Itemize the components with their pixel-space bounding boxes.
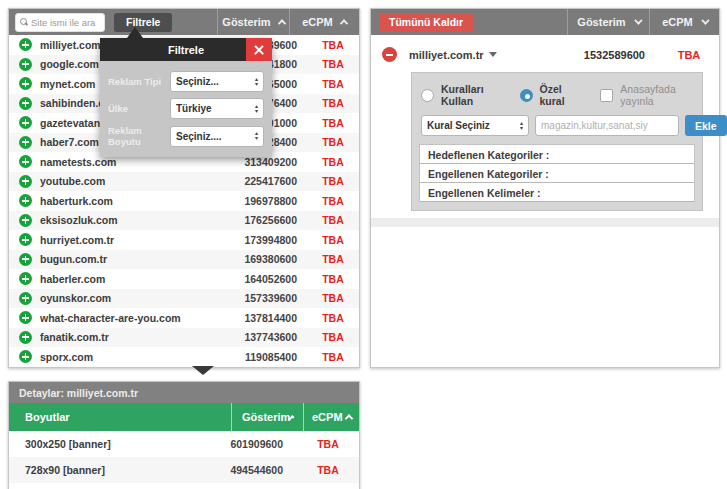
details-header: Boyutlar Gösterim eCPM bbox=[9, 403, 359, 431]
site-row[interactable]: eksisozluk.com 176256600 TBA bbox=[9, 211, 359, 231]
impressions-value: 494544600 bbox=[105, 464, 297, 476]
select-stepper-icon: ▴▾ bbox=[255, 77, 258, 87]
site-row[interactable]: oyunskor.com 157339600 TBA bbox=[9, 289, 359, 309]
rule-entry-row: Kural Seçiniz ▴▾ Ekle bbox=[419, 115, 695, 144]
add-site-icon[interactable] bbox=[19, 175, 32, 188]
details-pointer-icon bbox=[192, 366, 214, 375]
ecpm-value: TBA bbox=[307, 351, 359, 363]
sort-ecpm-label: eCPM bbox=[662, 16, 693, 28]
filter-field-select[interactable]: Seçiniz... ▴▾ bbox=[170, 71, 264, 92]
site-row[interactable]: what-character-are-you.com 137814400 TBA bbox=[9, 308, 359, 328]
add-site-icon[interactable] bbox=[19, 214, 32, 227]
add-site-icon[interactable] bbox=[19, 58, 32, 71]
site-row[interactable]: haberturk.com 196978800 TBA bbox=[9, 191, 359, 211]
sort-impressions[interactable]: Gösterim bbox=[217, 9, 289, 35]
category-label-row: Hedeflenen Kategoriler : bbox=[420, 145, 694, 164]
site-search[interactable] bbox=[15, 13, 105, 32]
filter-field-row: Reklam Tipi Seçiniz... ▴▾ bbox=[108, 71, 264, 92]
site-name: nametests.com bbox=[40, 156, 116, 168]
close-icon[interactable] bbox=[246, 38, 272, 61]
add-site-icon[interactable] bbox=[19, 136, 32, 149]
remove-site-icon[interactable] bbox=[382, 47, 397, 62]
column-sizes: Boyutlar bbox=[9, 403, 231, 431]
chevron-up-icon bbox=[344, 414, 352, 422]
add-site-icon[interactable] bbox=[19, 116, 32, 129]
add-site-icon[interactable] bbox=[19, 292, 32, 305]
use-rules-radio[interactable] bbox=[421, 89, 434, 102]
sort-ecpm[interactable]: eCPM bbox=[289, 9, 359, 35]
site-name: oyunskor.com bbox=[40, 292, 111, 304]
keywords-input[interactable] bbox=[535, 115, 679, 136]
sort-ecpm[interactable]: eCPM bbox=[649, 9, 719, 35]
filter-button[interactable]: Filtrele bbox=[114, 13, 172, 32]
select-stepper-icon: ▴▾ bbox=[255, 104, 258, 114]
add-site-icon[interactable] bbox=[19, 38, 32, 51]
selected-site-name[interactable]: milliyet.com.tr bbox=[409, 49, 497, 61]
add-rule-button[interactable]: Ekle bbox=[685, 115, 727, 136]
homepage-label: Anasayfada yayınla bbox=[620, 83, 693, 107]
add-site-icon[interactable] bbox=[19, 350, 32, 363]
chevron-down-icon bbox=[634, 16, 642, 24]
column-ecpm-label: eCPM bbox=[312, 411, 343, 423]
ecpm-value: TBA bbox=[307, 78, 359, 90]
sort-impressions[interactable]: Gösterim bbox=[567, 9, 649, 35]
custom-rule-radio[interactable] bbox=[520, 89, 533, 102]
add-site-icon[interactable] bbox=[19, 311, 32, 324]
size-row[interactable]: 728x90 [banner] 494544600 TBA bbox=[9, 457, 359, 483]
filter-field-select[interactable]: Seçiniz.... ▴▾ bbox=[170, 126, 264, 147]
filter-field-row: Reklam Boyutu Seçiniz.... ▴▾ bbox=[108, 125, 264, 147]
category-label-row: Engellenen Kategoriler : bbox=[420, 164, 694, 183]
homepage-checkbox[interactable] bbox=[600, 89, 613, 102]
filter-field-label: Ülke bbox=[108, 103, 170, 114]
add-site-icon[interactable] bbox=[19, 194, 32, 207]
impressions-value: 157339600 bbox=[111, 292, 307, 304]
add-site-icon[interactable] bbox=[19, 77, 32, 90]
filter-field-label: Reklam Tipi bbox=[108, 76, 170, 87]
add-site-icon[interactable] bbox=[19, 331, 32, 344]
details-title: Detaylar: milliyet.com.tr bbox=[9, 382, 359, 403]
filter-field-value: Seçiniz... bbox=[176, 76, 255, 87]
site-row[interactable]: fanatik.com.tr 137743600 TBA bbox=[9, 328, 359, 348]
filter-popup-header: Filtrele bbox=[100, 38, 272, 61]
filter-field-select[interactable]: Türkiye ▴▾ bbox=[170, 98, 264, 119]
size-name: 300x250 [banner] bbox=[9, 438, 111, 450]
size-name: 728x90 [banner] bbox=[9, 464, 105, 476]
site-row[interactable]: youtube.com 225417600 TBA bbox=[9, 172, 359, 192]
site-name: youtube.com bbox=[40, 175, 105, 187]
add-site-icon[interactable] bbox=[19, 233, 32, 246]
ecpm-value: TBA bbox=[297, 464, 359, 476]
ecpm-value: TBA bbox=[307, 292, 359, 304]
rule-select[interactable]: Kural Seçiniz ▴▾ bbox=[421, 115, 529, 136]
select-stepper-icon: ▴▾ bbox=[255, 131, 258, 141]
site-row[interactable]: sporx.com 119085400 TBA bbox=[9, 347, 359, 367]
remove-all-button[interactable]: Tümünü Kaldır bbox=[379, 13, 473, 32]
add-site-icon[interactable] bbox=[19, 253, 32, 266]
selected-site-row: milliyet.com.tr 1532589600 TBA bbox=[371, 35, 719, 72]
filter-field-row: Ülke Türkiye ▴▾ bbox=[108, 98, 264, 119]
impressions-value: 601909600 bbox=[111, 438, 297, 450]
row-divider bbox=[371, 218, 719, 227]
selected-sites-panel: Tümünü Kaldır Gösterim eCPM milliyet.com… bbox=[370, 8, 720, 368]
site-name: haber7.com bbox=[40, 136, 99, 148]
site-name: sporx.com bbox=[40, 351, 93, 363]
impressions-value: 225417600 bbox=[105, 175, 307, 187]
site-row[interactable]: haberler.com 164052600 TBA bbox=[9, 269, 359, 289]
search-input[interactable] bbox=[31, 17, 100, 28]
column-impressions-sort[interactable]: Gösterim bbox=[231, 403, 303, 431]
site-name: haberturk.com bbox=[40, 195, 113, 207]
category-rows: Hedeflenen Kategoriler : Engellenen Kate… bbox=[419, 144, 695, 202]
size-row[interactable]: 300x250 [banner] 601909600 TBA bbox=[9, 431, 359, 457]
column-ecpm-sort[interactable]: eCPM bbox=[303, 403, 359, 431]
selected-sites-toolbar: Tümünü Kaldır Gösterim eCPM bbox=[371, 9, 719, 35]
size-row[interactable]: 160x600 [banner] 243387400 TBA bbox=[9, 483, 359, 489]
rule-select-value: Kural Seçiniz bbox=[427, 120, 520, 131]
filter-popup-body: Reklam Tipi Seçiniz... ▴▾ Ülke Türkiye ▴… bbox=[100, 61, 272, 157]
ecpm-value: TBA bbox=[307, 175, 359, 187]
add-site-icon[interactable] bbox=[19, 155, 32, 168]
site-row[interactable]: bugun.com.tr 169380600 TBA bbox=[9, 250, 359, 270]
site-row[interactable]: hurriyet.com.tr 173994800 TBA bbox=[9, 230, 359, 250]
add-site-icon[interactable] bbox=[19, 97, 32, 110]
rules-panel: Kuralları Kullan Özel kural Anasayfada y… bbox=[411, 72, 703, 211]
details-rows: 300x250 [banner] 601909600 TBA 728x90 [b… bbox=[9, 431, 359, 489]
add-site-icon[interactable] bbox=[19, 272, 32, 285]
